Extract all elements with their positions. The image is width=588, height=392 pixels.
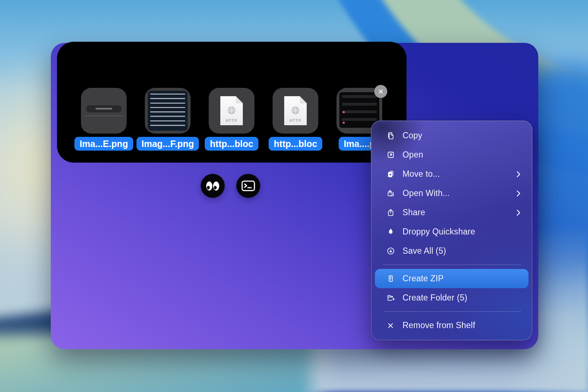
menu-item-label: Open [403,150,521,160]
move-to-icon [385,170,396,179]
menu-divider [383,311,521,312]
menu-item-label: Create ZIP [403,274,521,283]
menu-item-create-folder[interactable]: Create Folder (5) [371,288,532,307]
file-item[interactable]: HTTP http...bloc [200,88,264,151]
screenshot-preview [339,92,379,128]
terminal-icon [241,180,256,192]
page-fold [236,96,243,103]
menu-item-remove-from-shelf[interactable]: Remove from Shelf [371,316,532,335]
file-thumbnail: HTTP [209,88,254,134]
screenshot-preview [148,91,188,131]
menu-item-label: Open With... [403,188,516,198]
screenshot-preview [81,88,127,134]
file-item[interactable]: Ima...E.png [72,88,136,151]
menu-divider [383,265,521,265]
file-thumbnail: HTTP [273,88,318,134]
file-thumbnail [81,88,127,134]
droplet-icon [385,227,396,236]
menu-item-save-all[interactable]: Save All (5) [371,241,532,261]
menu-item-copy[interactable]: Copy [371,126,532,145]
file-name-badge: Imag...F.png [136,137,199,151]
menu-item-label: Move to... [403,169,516,179]
menu-item-share[interactable]: Share [371,203,532,222]
menu-item-droppy-quickshare[interactable]: Droppy Quickshare [371,222,532,241]
http-document-icon: HTTP [284,96,307,125]
open-icon [385,150,396,159]
share-icon [385,208,396,217]
file-item[interactable]: Imag...F.png [136,88,200,151]
submenu-chevron-icon [516,170,521,178]
menu-item-create-zip[interactable]: Create ZIP [375,269,528,288]
file-name-badge: http...bloc [205,137,258,151]
xmark-icon [385,322,396,330]
doc-type-label: HTTP [226,118,238,123]
globe-icon [291,106,300,115]
open-with-icon [385,189,396,198]
eyes-icon [206,181,219,191]
menu-item-label: Remove from Shelf [403,320,521,330]
menu-item-move-to[interactable]: Move to... [371,164,532,184]
zip-icon [385,274,396,283]
menu-item-open[interactable]: Open [371,145,532,164]
submenu-chevron-icon [516,209,521,217]
save-all-icon [385,246,396,256]
shelf-panel[interactable]: Ima...E.png Imag...F.png HTTP http...blo… [57,42,407,163]
menu-item-open-with[interactable]: Open With... [371,184,532,203]
file-name-badge: http...bloc [269,137,322,151]
peek-button[interactable] [201,174,225,198]
terminal-button[interactable] [236,174,260,198]
copy-icon [385,131,396,140]
desktop: Ima...E.png Imag...F.png HTTP http...blo… [0,0,588,392]
http-document-icon: HTTP [220,96,243,125]
menu-item-label: Copy [403,131,521,140]
globe-icon [227,106,236,115]
folder-plus-icon [385,293,396,302]
file-item[interactable]: HTTP http...bloc [264,88,327,151]
menu-item-label: Save All (5) [403,246,521,256]
menu-item-label: Droppy Quickshare [403,227,521,237]
menu-item-label: Create Folder (5) [403,293,521,303]
context-menu: Copy Open Move to... [371,121,532,340]
submenu-chevron-icon [516,189,521,197]
file-thumbnail [145,88,191,134]
menu-item-label: Share [403,208,516,217]
file-name-badge: Ima...E.png [74,137,133,151]
page-fold [300,96,307,103]
doc-type-label: HTTP [290,118,302,123]
close-shelf-button[interactable]: ✕ [374,85,387,98]
